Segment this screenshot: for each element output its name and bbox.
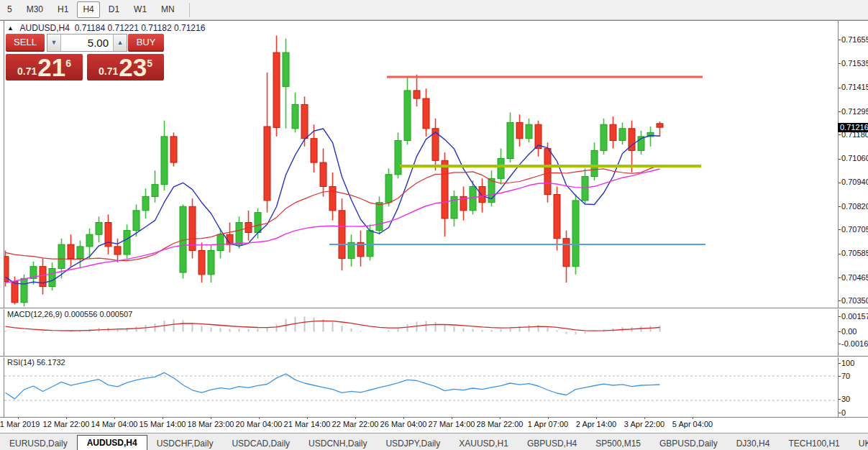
price-axis-tick [839, 134, 841, 135]
time-axis-label: 18 Mar 23:00 [188, 420, 234, 428]
chart-tab-usdjpy-daily[interactable]: USDJPY,Daily [376, 437, 449, 450]
chart-tab-xauusd-h1[interactable]: XAUUSD,H1 [449, 437, 518, 450]
candle [96, 216, 102, 242]
timeframe-button-m30[interactable]: M30 [21, 1, 49, 18]
rsi-axis-label: 30 [841, 395, 850, 403]
price-axis-tick [839, 277, 841, 278]
main-price-chart[interactable] [4, 33, 838, 308]
price-axis-tick [839, 206, 841, 207]
candle [255, 208, 261, 239]
candle [198, 242, 205, 283]
chart-tab-ukc[interactable]: UKC [849, 437, 868, 450]
time-axis-label: 26 Mar 04:00 [380, 420, 427, 428]
chart-tab-sp500-m15[interactable]: SP500,M15 [586, 437, 650, 450]
candle [77, 241, 83, 269]
timeframe-button-w1[interactable]: W1 [128, 1, 152, 18]
candle [610, 116, 616, 149]
candle [161, 121, 168, 190]
time-axis-label: 28 Mar 22:00 [477, 420, 524, 428]
candle [339, 198, 345, 270]
candle [180, 204, 186, 278]
price-axis-tick [839, 111, 841, 112]
time-axis-label: 14 Mar 04:00 [91, 420, 138, 428]
price-axis-tick [839, 63, 841, 64]
chart-tab-gbpusd-daily[interactable]: GBPUSD,Daily [650, 437, 727, 450]
price-axis-label: 0.71295 [841, 107, 868, 116]
time-axis-tick [259, 417, 260, 419]
candle [376, 196, 383, 234]
macd-axis-tick [839, 331, 841, 332]
time-axis-tick [211, 417, 211, 419]
candle [142, 188, 149, 219]
candle [264, 73, 270, 213]
chart-tab-tech100-h1[interactable]: TECH100,H1 [779, 437, 849, 450]
rsi-indicator-panel[interactable] [4, 357, 838, 418]
candle [395, 132, 401, 178]
macd-axis-tick [839, 344, 841, 344]
rsi-axis-label: 100 [841, 359, 854, 367]
candle [451, 190, 457, 226]
rsi-axis-tick [839, 376, 841, 377]
chart-tab-eurusd-daily[interactable]: EURUSD,Daily [0, 437, 77, 450]
price-axis-label: 0.71535 [841, 59, 868, 68]
macd-axis-label: 0.00 [841, 327, 856, 336]
time-axis-tick [403, 417, 404, 419]
candle [582, 168, 588, 204]
time-axis-label: 2 Apr 14:00 [576, 420, 616, 428]
candle [227, 223, 233, 253]
chart-window-border-top-highlight [0, 21, 868, 22]
chart-title: ▲ AUDUSD,H4 0.71184 0.71221 0.71182 0.71… [7, 23, 205, 33]
candle [170, 132, 177, 166]
candle [488, 170, 495, 206]
timeframe-toolbar: 5M30H1H4D1W1MN [0, 0, 868, 20]
candle [404, 76, 411, 144]
chart-tab-bar: EURUSD,DailyAUDUSD,H4USDCHF,DailyUSDCAD,… [0, 433, 868, 450]
time-axis-label: 21 Mar 14:00 [284, 420, 331, 428]
price-axis-tick [839, 40, 841, 40]
chart-tab-audusd-h4[interactable]: AUDUSD,H4 [77, 435, 147, 450]
time-axis-tick [596, 417, 597, 419]
time-axis-tick [163, 417, 163, 419]
chart-tab-usdchf-daily[interactable]: USDCHF,Daily [147, 437, 223, 450]
time-axis-tick [548, 417, 549, 419]
candle [414, 75, 420, 107]
time-axis-tick [693, 417, 693, 419]
price-axis-label: 0.70820 [841, 202, 868, 211]
candle [619, 122, 626, 144]
time-axis-label: 15 Mar 14:00 [140, 420, 186, 428]
candle [657, 121, 663, 137]
candle [432, 119, 439, 170]
candle [4, 250, 9, 286]
rsi-axis-label: 70 [841, 372, 850, 380]
chart-tab-usdcnh-daily[interactable]: USDCNH,Daily [299, 437, 376, 450]
chart-tab-dj30-h4[interactable]: DJ30,H4 [727, 437, 780, 450]
chart-tab-usdcad-daily[interactable]: USDCAD,Daily [222, 437, 299, 450]
price-axis-label: 0.71415 [841, 83, 868, 91]
candle [30, 262, 37, 285]
rsi-axis-tick [839, 399, 841, 400]
trading-app: 5M30H1H4D1W1MN ▲ AUDUSD,H4 0.71184 0.712… [0, 0, 868, 450]
timeframe-button-d1[interactable]: D1 [103, 1, 125, 18]
timeframe-button-mn[interactable]: MN [155, 1, 181, 18]
candle [357, 231, 364, 267]
time-axis-label: 20 Mar 04:00 [236, 420, 283, 428]
price-axis-label: 0.70585 [841, 249, 868, 257]
price-axis-label: 0.71060 [841, 154, 868, 162]
time-axis-line-highlight [0, 418, 868, 418]
collapse-panel-icon[interactable]: ▲ [7, 24, 14, 32]
timeframe-button-h1[interactable]: H1 [52, 1, 74, 18]
timeframe-button-h4[interactable]: H4 [77, 1, 99, 18]
candle [283, 39, 289, 129]
candle [124, 224, 130, 258]
price-axis-label: 0.71655 [841, 35, 868, 44]
price-scale-separator [838, 21, 839, 418]
chart-ohlc-values: 0.71184 0.71221 0.71182 0.71216 [75, 23, 206, 33]
price-axis-label: 0.70350 [841, 296, 868, 305]
time-axis-label: 27 Mar 14:00 [429, 420, 475, 428]
timeframe-button-5[interactable]: 5 [1, 1, 18, 18]
time-axis-label: 12 Mar 22:00 [43, 420, 90, 428]
chart-tab-gbpusd-h4[interactable]: GBPUSD,H4 [518, 437, 586, 450]
candle [638, 131, 644, 155]
macd-indicator-panel[interactable] [4, 309, 838, 355]
price-axis-tick [839, 300, 841, 301]
